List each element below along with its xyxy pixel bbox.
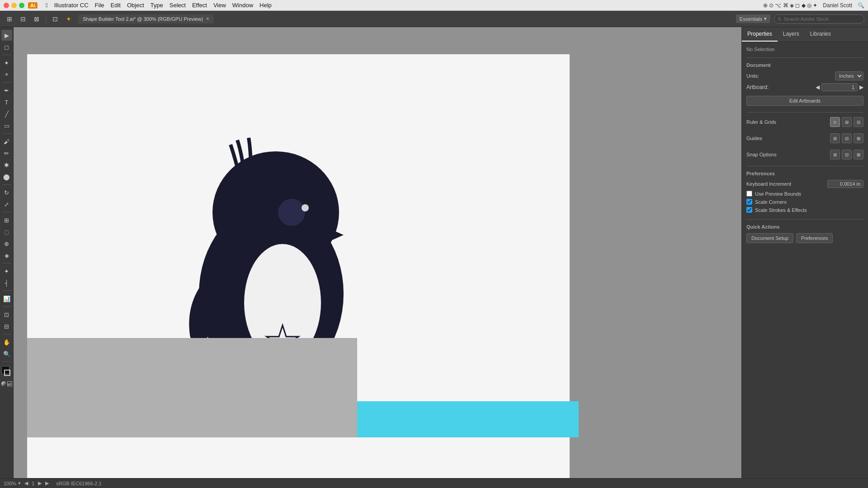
- essentials-button[interactable]: Essentials ▾: [736, 14, 770, 23]
- grid-icon[interactable]: ⊠: [31, 13, 42, 25]
- direct-select-tool[interactable]: ◻: [1, 42, 12, 52]
- menu-bar[interactable]:  Illustrator CC File Edit Object Type S…: [46, 2, 272, 9]
- menu-edit[interactable]: Edit: [111, 2, 121, 9]
- use-preview-bounds-checkbox[interactable]: [746, 191, 752, 197]
- chevron-down-icon-zoom[interactable]: ▾: [18, 480, 21, 486]
- ruler-icon-perspective[interactable]: ⊟: [854, 117, 863, 127]
- menu-select[interactable]: Select: [170, 2, 186, 9]
- ruler-icon-lines[interactable]: ≡: [830, 117, 840, 127]
- lasso-tool[interactable]: ⌖: [1, 69, 12, 80]
- type-tool[interactable]: T: [1, 97, 12, 108]
- color-boxes[interactable]: [1, 366, 12, 379]
- search-stock-input[interactable]: [774, 14, 864, 23]
- pen-tool[interactable]: ✒: [1, 85, 12, 96]
- scale-strokes-effects-checkbox[interactable]: [746, 207, 752, 213]
- menu-apple[interactable]: : [46, 2, 48, 9]
- line-tool[interactable]: ╱: [1, 108, 12, 119]
- snap-icon-3[interactable]: ⊠: [854, 150, 863, 160]
- transform-icon[interactable]: ⊟: [17, 13, 29, 25]
- ruler-icon-grid[interactable]: ⊞: [842, 117, 852, 127]
- zoom-tool[interactable]: 🔍: [1, 348, 12, 359]
- menu-illustrator[interactable]: Illustrator CC: [54, 2, 89, 9]
- pencil-tool[interactable]: ✏: [1, 148, 12, 159]
- magic-wand-tool[interactable]: ✦: [1, 57, 12, 68]
- menu-view[interactable]: View: [213, 2, 226, 9]
- edit-artboards-button[interactable]: Edit Artboards: [746, 96, 863, 106]
- artboard-nav[interactable]: ◀ 1 ▶: [816, 83, 863, 91]
- view-mode-icon[interactable]: ⊡: [49, 13, 61, 25]
- document-tab[interactable]: Shape Builder Tool 2.ai* @ 300% (RGB/GPU…: [78, 14, 214, 23]
- guide-icon-3[interactable]: ⊠: [854, 133, 863, 143]
- scale-corners-checkbox[interactable]: [746, 199, 752, 205]
- doc-tab-close[interactable]: ✕: [206, 16, 209, 21]
- keyboard-increment-row: Keyboard Increment 0.0014 in: [746, 180, 863, 188]
- minimize-button[interactable]: [11, 3, 17, 8]
- page-nav-prev[interactable]: ◀: [24, 480, 28, 486]
- menu-help[interactable]: Help: [259, 2, 272, 9]
- page-nav-next[interactable]: ▶: [38, 480, 42, 486]
- mac-bar: Ai  Illustrator CC File Edit Object Typ…: [0, 0, 868, 11]
- rotate-tool[interactable]: ↻: [1, 187, 12, 198]
- guide-icon-1[interactable]: ⊞: [830, 133, 840, 143]
- chart-tool[interactable]: 📊: [1, 293, 12, 304]
- tab-layers[interactable]: Layers: [778, 27, 805, 42]
- scale-corners-row: Scale Corners: [746, 199, 863, 205]
- page-number: 1: [32, 481, 34, 486]
- shaper-tool-icon[interactable]: ✦: [63, 13, 75, 25]
- fullscreen-button[interactable]: [19, 3, 24, 8]
- slice-tool[interactable]: ⊟: [1, 321, 12, 332]
- guide-icon-2[interactable]: ⊟: [842, 133, 852, 143]
- canvas-lower-gray: [27, 338, 357, 437]
- snap-icon-1[interactable]: ⊞: [830, 150, 840, 160]
- artboard-next[interactable]: ▶: [859, 84, 863, 90]
- shape-tool[interactable]: ▭: [1, 120, 12, 131]
- tab-properties[interactable]: Properties: [742, 27, 778, 42]
- guides-row: Guides ⊞ ⊟ ⊠: [746, 133, 863, 143]
- scale-tool[interactable]: ⤢: [1, 199, 12, 210]
- shape-builder-tool[interactable]: ⊕: [1, 238, 12, 249]
- keyboard-increment-value[interactable]: 0.0014 in: [827, 180, 863, 188]
- select-tool[interactable]: ▶: [1, 30, 12, 41]
- hand-tool[interactable]: ✋: [1, 337, 12, 347]
- eraser-tool[interactable]: ⬤: [1, 171, 12, 182]
- warp-tool[interactable]: ◌: [1, 226, 12, 237]
- width-tool[interactable]: ⊞: [1, 215, 12, 225]
- measure-tool[interactable]: ┤: [1, 277, 12, 288]
- zoom-control[interactable]: 100% ▾: [4, 480, 21, 486]
- menu-type[interactable]: Type: [151, 2, 163, 9]
- guides-icons[interactable]: ⊞ ⊟ ⊠: [830, 133, 863, 143]
- search-icon[interactable]: 🔍: [858, 2, 864, 9]
- document-section: Document Units: Inches Artboard: ◀ 1 ▶: [746, 62, 863, 106]
- menu-effect[interactable]: Effect: [192, 2, 207, 9]
- chevron-right-icon[interactable]: ▶: [45, 480, 49, 486]
- preferences-button[interactable]: Preferences: [796, 233, 833, 243]
- ruler-grid-icons[interactable]: ≡ ⊞ ⊟: [830, 117, 863, 127]
- menu-window[interactable]: Window: [232, 2, 253, 9]
- snap-icons[interactable]: ⊞ ⊟ ⊠: [830, 150, 863, 160]
- shaper-tool[interactable]: ✱: [1, 160, 12, 170]
- document-setup-button[interactable]: Document Setup: [746, 233, 793, 243]
- blend-tool[interactable]: ◈: [1, 250, 12, 261]
- arrange-icon[interactable]: ⊞: [4, 13, 15, 25]
- snap-icon-2[interactable]: ⊟: [842, 150, 852, 160]
- artboard-tool[interactable]: ⊡: [1, 309, 12, 320]
- color-mode-icons: ⇄: [1, 381, 12, 386]
- ruler-grids-section: Ruler & Grids ≡ ⊞ ⊟: [746, 117, 863, 127]
- bottom-bar: 100% ▾ ◀ 1 ▶ ▶ sRGB IEC61966-2.1: [0, 478, 868, 488]
- none-color-icon[interactable]: [1, 381, 6, 386]
- paintbrush-tool[interactable]: 🖌: [1, 136, 12, 147]
- panel-tabs[interactable]: Properties Layers Libraries: [742, 27, 868, 42]
- panel-body: No Selection Document Units: Inches Artb…: [742, 42, 868, 254]
- traffic-lights[interactable]: [4, 3, 24, 8]
- units-select[interactable]: Inches: [835, 71, 863, 80]
- swap-colors-icon[interactable]: ⇄: [7, 381, 12, 386]
- close-button[interactable]: [4, 3, 9, 8]
- artboard-prev[interactable]: ◀: [816, 84, 820, 90]
- menu-file[interactable]: File: [95, 2, 104, 9]
- right-panel: Properties Layers Libraries No Selection…: [741, 27, 868, 478]
- stroke-color[interactable]: [4, 370, 10, 376]
- canvas-area[interactable]: [14, 27, 741, 478]
- menu-object[interactable]: Object: [127, 2, 144, 9]
- tab-libraries[interactable]: Libraries: [805, 27, 836, 42]
- eyedropper-tool[interactable]: ✦: [1, 266, 12, 277]
